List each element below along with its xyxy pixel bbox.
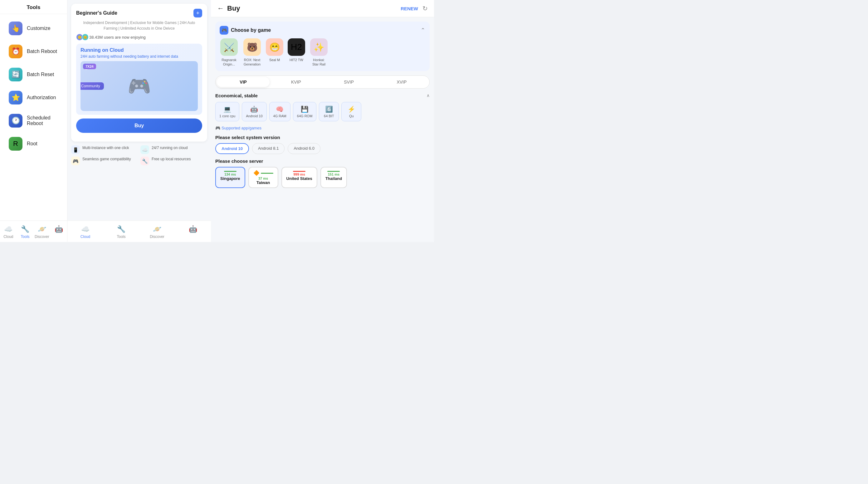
- server-ping-taiwan: 37 ms: [258, 176, 268, 180]
- specs-collapse-icon[interactable]: ∧: [427, 93, 430, 98]
- tool-item-batch-reset[interactable]: 🔄 Batch Reset: [2, 63, 65, 86]
- tool-item-authorization[interactable]: ⭐ Authorization: [2, 86, 65, 109]
- tool-icon-customize: 👆: [9, 22, 23, 35]
- spec-label-bit: 64 BIT: [324, 114, 334, 118]
- tool-item-batch-reboot[interactable]: ⏰ Batch Reboot: [2, 40, 65, 63]
- tool-item-scheduled-reboot[interactable]: 🕐 Scheduled Reboot: [2, 109, 65, 132]
- server-ping-singapore: 134 ms: [224, 172, 236, 176]
- game-label-rox: ROX: Next Generation: [243, 58, 261, 67]
- server-pill-us[interactable]: 999 ms United States: [281, 167, 317, 188]
- game-icon-ragnarok[interactable]: ⚔️ Ragnarok Origin...: [220, 38, 238, 67]
- spec-icon-android: 🤖: [250, 105, 258, 113]
- spec-item-ram[interactable]: 🧠 4G RAM: [269, 102, 290, 121]
- server-pill-taiwan[interactable]: 🔶 37 ms Taiwan: [248, 167, 278, 188]
- mid-nav-label-discover: Discover: [150, 234, 164, 239]
- server-pill-thailand[interactable]: 151 ms Thailand: [320, 167, 347, 188]
- mid-nav-cloud[interactable]: ☁️ Cloud: [67, 223, 103, 241]
- spec-icon-rom: 💾: [301, 105, 309, 113]
- spec-label-android: Android 10: [246, 114, 262, 118]
- mid-nav-icon-robot: 🤖: [189, 225, 197, 233]
- game-icons-row: ⚔️ Ragnarok Origin... 🐻 ROX: Next Genera…: [220, 38, 425, 67]
- left-nav-icon-cloud: ☁️: [4, 225, 12, 233]
- left-nav-icon-robot: 🤖: [55, 225, 63, 233]
- tool-item-customize[interactable]: 👆 Customize: [2, 17, 65, 40]
- choose-game-card: 🎮 Choose by game ⌃ ⚔️ Ragnarok Origin...…: [215, 22, 430, 71]
- game-icon-seal[interactable]: 😁 Seal M: [266, 38, 283, 67]
- game-icon-honkai[interactable]: ✨ Honkai: Star Rail: [310, 38, 328, 67]
- version-pills: Android 10Android 8.1Android 6.0: [215, 143, 430, 154]
- avatar: 😊: [82, 34, 89, 40]
- guide-card-header: Beginner's Guide +: [76, 9, 202, 18]
- expand-icon[interactable]: ⌃: [421, 27, 425, 34]
- feature-item-1: ☁️ 24/7 running on cloud: [141, 145, 207, 154]
- version-pill-0[interactable]: Android 10: [215, 143, 249, 154]
- renew-button[interactable]: RENEW: [401, 6, 418, 11]
- banner-image: Community ✕ 7X24 🎮: [81, 61, 198, 111]
- server-section: Please choose server 134 ms Singapore 🔶 …: [215, 158, 430, 188]
- buy-button[interactable]: Buy: [76, 119, 202, 133]
- supported-link[interactable]: 🎮 Supported app/games: [215, 126, 430, 130]
- refresh-icon[interactable]: ↻: [423, 5, 428, 12]
- version-pill-1[interactable]: Android 8.1: [252, 143, 285, 154]
- middle-bottom-nav: ☁️ Cloud 🔧 Tools 🪐 Discover 🤖: [67, 221, 211, 242]
- left-nav-label-cloud: Cloud: [3, 234, 13, 239]
- mid-nav-label-tools: Tools: [117, 234, 125, 239]
- mid-nav-icon-tools: 🔧: [117, 225, 125, 233]
- tool-item-root[interactable]: R Root: [2, 133, 65, 155]
- mid-nav-robot[interactable]: 🤖: [175, 223, 211, 241]
- community-badge[interactable]: Community: [81, 82, 104, 90]
- left-nav-icon-discover: 🪐: [38, 225, 46, 233]
- tool-icon-root: R: [9, 137, 23, 151]
- game-icon-hit2tw[interactable]: H2 HIT2 TW: [288, 38, 305, 67]
- tool-label-batch-reset: Batch Reset: [27, 72, 54, 77]
- game-img-rox: 🐻: [243, 38, 261, 56]
- server-name-us: United States: [286, 176, 312, 181]
- right-header: ← Buy RENEW ↻: [211, 0, 434, 17]
- game-label-honkai: Honkai: Star Rail: [310, 58, 328, 67]
- feature-icon-3: 🔧: [141, 157, 149, 165]
- game-icon-rox[interactable]: 🐻 ROX: Next Generation: [243, 38, 261, 67]
- guide-subtitle: Independent Development | Exclusive for …: [76, 20, 202, 31]
- version-heading: Please select system version: [215, 135, 430, 140]
- panel-title: Tools: [0, 0, 67, 14]
- guide-plus-btn[interactable]: +: [193, 9, 202, 18]
- mid-nav-label-cloud: Cloud: [81, 234, 90, 239]
- spec-label-cpu: 1 core cpu: [219, 114, 235, 118]
- left-nav-robot[interactable]: 🤖: [50, 223, 67, 241]
- left-nav-label-discover: Discover: [35, 234, 49, 239]
- version-pill-2[interactable]: Android 6.0: [288, 143, 320, 154]
- right-panel: ← Buy RENEW ↻ 🎮 Choose by game ⌃ ⚔️ Ragn…: [211, 0, 434, 242]
- vip-tab-svip[interactable]: SVIP: [322, 77, 375, 87]
- back-button[interactable]: ←: [217, 4, 224, 12]
- vip-tab-kvip[interactable]: KVIP: [270, 77, 322, 87]
- spec-item-qu[interactable]: ⚡ Qu: [341, 102, 361, 121]
- server-ping-us: 999 ms: [293, 172, 305, 176]
- server-pill-singapore[interactable]: 134 ms Singapore: [215, 167, 245, 188]
- right-content: 🎮 Choose by game ⌃ ⚔️ Ragnarok Origin...…: [211, 17, 434, 197]
- server-ping-bar-us: [293, 171, 306, 172]
- mid-nav-tools[interactable]: 🔧 Tools: [103, 223, 139, 241]
- left-nav-tools[interactable]: 🔧 Tools: [17, 223, 34, 241]
- choose-game-icon: 🎮: [220, 26, 228, 35]
- vip-tab-vip[interactable]: VIP: [217, 77, 270, 87]
- spec-item-rom[interactable]: 💾 64G ROM: [293, 102, 317, 121]
- game-label-seal: Seal M: [269, 58, 280, 62]
- feature-text-0: Multi-Instance with one click: [82, 145, 129, 151]
- tool-label-customize: Customize: [27, 26, 51, 31]
- left-nav-discover[interactable]: 🪐 Discover: [34, 223, 51, 241]
- spec-item-android[interactable]: 🤖 Android 10: [242, 102, 267, 121]
- vip-tab-xvip[interactable]: XVIP: [375, 77, 428, 87]
- cloud-banner: Running on Cloud 24H auto farming withou…: [76, 44, 202, 115]
- spec-icon-qu: ⚡: [348, 105, 355, 113]
- spec-item-cpu[interactable]: 💻 1 core cpu: [215, 102, 239, 121]
- avatar-stack: 🙂 😊: [76, 34, 87, 40]
- left-nav-cloud[interactable]: ☁️ Cloud: [0, 223, 17, 241]
- supported-link-icon: 🎮: [215, 126, 220, 130]
- cloud-banner-text: Running on Cloud 24H auto farming withou…: [81, 47, 198, 59]
- tool-icon-batch-reboot: ⏰: [9, 44, 23, 58]
- mid-nav-discover[interactable]: 🪐 Discover: [139, 223, 175, 241]
- banner-heading: Running on Cloud: [81, 47, 198, 53]
- server-heading: Please choose server: [215, 158, 430, 164]
- banner-tag: 7X24: [83, 64, 96, 69]
- spec-item-bit[interactable]: 6️⃣ 64 BIT: [319, 102, 339, 121]
